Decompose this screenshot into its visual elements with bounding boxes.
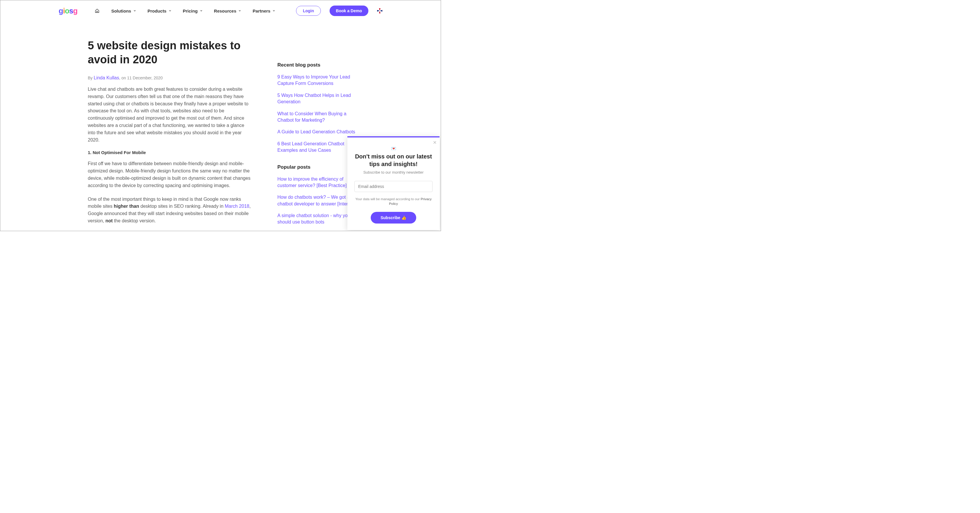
bold-text: higher than [114,204,139,209]
heart-icon: 💌 [355,146,433,151]
nav-label: Products [148,8,167,13]
publish-date: 11 December, 2020 [127,76,163,80]
list-item: A simple chatbot solution - why you shou… [277,212,359,226]
subscribe-button[interactable]: Subscribe 👍 [371,212,417,223]
nav-solutions[interactable]: Solutions [111,8,135,13]
chevron-down-icon [200,10,202,12]
nav-label: Partners [253,8,270,13]
list-item: A Guide to Lead Generation Chatbots [277,129,359,135]
book-demo-button[interactable]: Book a Demo [329,6,368,16]
post-link[interactable]: A Guide to Lead Generation Chatbots [277,129,359,135]
popup-title: Don't miss out on our latest tips and in… [355,153,433,168]
nav-label: Resources [214,8,237,13]
post-link[interactable]: 5 Ways How Chatbot Helps in Lead Generat… [277,92,359,105]
paragraph: One of the most important things to keep… [88,196,251,225]
nav-partners[interactable]: Partners [253,8,275,13]
chevron-down-icon [273,10,275,12]
by-prefix: By [88,76,94,80]
paragraph: Live chat and chatbots are both great fe… [88,86,251,143]
page-title: 5 website design mistakes to avoid in 20… [88,39,251,67]
login-button[interactable]: Login [296,6,321,16]
chevron-down-icon [169,10,171,12]
popular-posts-list: How to improve the efficiency of custome… [277,176,359,226]
newsletter-popup: ✕ 💌 Don't miss out on our latest tips an… [347,136,439,230]
email-input[interactable] [355,181,433,192]
list-item: 9 Easy Ways to Improve Your Lead Capture… [277,74,359,87]
paragraph: First off we have to differentiate betwe… [88,160,251,189]
post-link[interactable]: How do chatbots work? – We got a chatbot… [277,194,359,207]
logo[interactable]: giosg [59,6,77,16]
recent-posts-list: 9 Easy Ways to Improve Your Lead Capture… [277,74,359,154]
nav-pricing[interactable]: Pricing [183,8,202,13]
section-heading: 1. Not Optimised For Mobile [88,150,251,155]
main-nav: Solutions Products Pricing Resources Par… [95,8,275,13]
article: 5 website design mistakes to avoid in 20… [88,39,251,231]
nav-label: Solutions [111,8,131,13]
sidebar: Recent blog posts 9 Easy Ways to Improve… [277,39,359,231]
post-link[interactable]: How to improve the efficiency of custome… [277,176,359,189]
nav-products[interactable]: Products [148,8,171,13]
nav-home[interactable] [95,8,99,13]
post-link[interactable]: 6 Best Lead Generation Chatbot Examples … [277,141,359,154]
inline-link[interactable]: March 2018 [225,204,250,209]
list-item: How to improve the efficiency of custome… [277,176,359,189]
post-link[interactable]: What to Consider When Buying a Chatbot f… [277,111,359,124]
close-button[interactable]: ✕ [433,140,437,145]
nav-label: Pricing [183,8,198,13]
list-item: What to Consider When Buying a Chatbot f… [277,111,359,124]
sidebar-heading-recent: Recent blog posts [277,62,359,68]
list-item: 6 Best Lead Generation Chatbot Examples … [277,141,359,154]
sidebar-heading-popular: Popular posts [277,164,359,170]
chevron-down-icon [239,10,241,12]
list-item: How do chatbots work? – We got a chatbot… [277,194,359,207]
privacy-text: Your data will be managed according to o… [355,197,433,206]
popup-subtitle: Subscribe to our monthly newsletter [355,170,433,175]
post-link[interactable]: 9 Easy Ways to Improve Your Lead Capture… [277,74,359,87]
home-icon [95,8,99,13]
bold-text: not [105,218,113,223]
header: giosg Solutions Products Pricing Resourc… [0,0,441,21]
chevron-down-icon [134,10,136,12]
nav-resources[interactable]: Resources [214,8,241,13]
author-link[interactable]: Linda Kullas [94,75,119,80]
date-prefix: , on [119,76,127,80]
language-flag-uk[interactable] [377,8,382,13]
byline: By Linda Kullas, on 11 December, 2020 [88,75,251,81]
post-link[interactable]: A simple chatbot solution - why you shou… [277,212,359,226]
list-item: 5 Ways How Chatbot Helps in Lead Generat… [277,92,359,105]
